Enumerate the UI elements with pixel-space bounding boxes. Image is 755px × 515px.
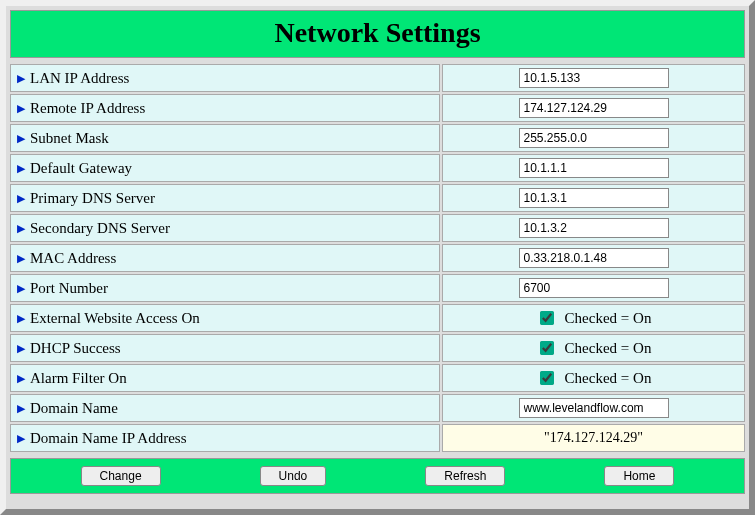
dhcp-checkbox[interactable] [540, 341, 554, 355]
row-gateway: ▶ Default Gateway [10, 154, 745, 182]
remote-ip-input[interactable] [519, 98, 669, 118]
arrow-icon: ▶ [17, 372, 25, 385]
row-dns1: ▶ Primary DNS Server [10, 184, 745, 212]
change-button[interactable]: Change [81, 466, 161, 486]
alarm-checkbox[interactable] [540, 371, 554, 385]
mac-input[interactable] [519, 248, 669, 268]
page-title: Network Settings [11, 17, 744, 49]
checkbox-hint: Checked = On [565, 340, 652, 357]
button-bar: Change Undo Refresh Home [10, 458, 745, 494]
settings-panel: Network Settings ▶ LAN IP Address ▶ Remo… [0, 0, 755, 515]
row-dhcp: ▶ DHCP Success Checked = On [10, 334, 745, 362]
arrow-icon: ▶ [17, 102, 25, 115]
row-domain-ip: ▶ Domain Name IP Address "174.127.124.29… [10, 424, 745, 452]
label-port: ▶ Port Number [10, 274, 440, 302]
gateway-input[interactable] [519, 158, 669, 178]
domain-ip-value: "174.127.124.29" [442, 424, 745, 452]
domain-name-input[interactable] [519, 398, 669, 418]
form-area: ▶ LAN IP Address ▶ Remote IP Address ▶ S… [10, 64, 745, 452]
home-button[interactable]: Home [604, 466, 674, 486]
arrow-icon: ▶ [17, 72, 25, 85]
label-domain-name: ▶ Domain Name [10, 394, 440, 422]
title-bar: Network Settings [10, 10, 745, 58]
label-lan-ip: ▶ LAN IP Address [10, 64, 440, 92]
arrow-icon: ▶ [17, 162, 25, 175]
checkbox-hint: Checked = On [565, 310, 652, 327]
label-gateway: ▶ Default Gateway [10, 154, 440, 182]
arrow-icon: ▶ [17, 252, 25, 265]
row-remote-ip: ▶ Remote IP Address [10, 94, 745, 122]
arrow-icon: ▶ [17, 432, 25, 445]
dns2-input[interactable] [519, 218, 669, 238]
label-dns1: ▶ Primary DNS Server [10, 184, 440, 212]
row-port: ▶ Port Number [10, 274, 745, 302]
row-domain-name: ▶ Domain Name [10, 394, 745, 422]
label-dns2: ▶ Secondary DNS Server [10, 214, 440, 242]
label-mac: ▶ MAC Address [10, 244, 440, 272]
row-external-access: ▶ External Website Access On Checked = O… [10, 304, 745, 332]
port-input[interactable] [519, 278, 669, 298]
row-mac: ▶ MAC Address [10, 244, 745, 272]
label-subnet: ▶ Subnet Mask [10, 124, 440, 152]
dns1-input[interactable] [519, 188, 669, 208]
subnet-input[interactable] [519, 128, 669, 148]
refresh-button[interactable]: Refresh [425, 466, 505, 486]
label-alarm: ▶ Alarm Filter On [10, 364, 440, 392]
arrow-icon: ▶ [17, 402, 25, 415]
label-external-access: ▶ External Website Access On [10, 304, 440, 332]
row-alarm: ▶ Alarm Filter On Checked = On [10, 364, 745, 392]
arrow-icon: ▶ [17, 312, 25, 325]
checkbox-hint: Checked = On [565, 370, 652, 387]
arrow-icon: ▶ [17, 132, 25, 145]
row-subnet: ▶ Subnet Mask [10, 124, 745, 152]
label-dhcp: ▶ DHCP Success [10, 334, 440, 362]
arrow-icon: ▶ [17, 222, 25, 235]
label-remote-ip: ▶ Remote IP Address [10, 94, 440, 122]
row-dns2: ▶ Secondary DNS Server [10, 214, 745, 242]
external-access-checkbox[interactable] [540, 311, 554, 325]
row-lan-ip: ▶ LAN IP Address [10, 64, 745, 92]
undo-button[interactable]: Undo [260, 466, 327, 486]
arrow-icon: ▶ [17, 342, 25, 355]
arrow-icon: ▶ [17, 192, 25, 205]
label-domain-ip: ▶ Domain Name IP Address [10, 424, 440, 452]
arrow-icon: ▶ [17, 282, 25, 295]
lan-ip-input[interactable] [519, 68, 669, 88]
